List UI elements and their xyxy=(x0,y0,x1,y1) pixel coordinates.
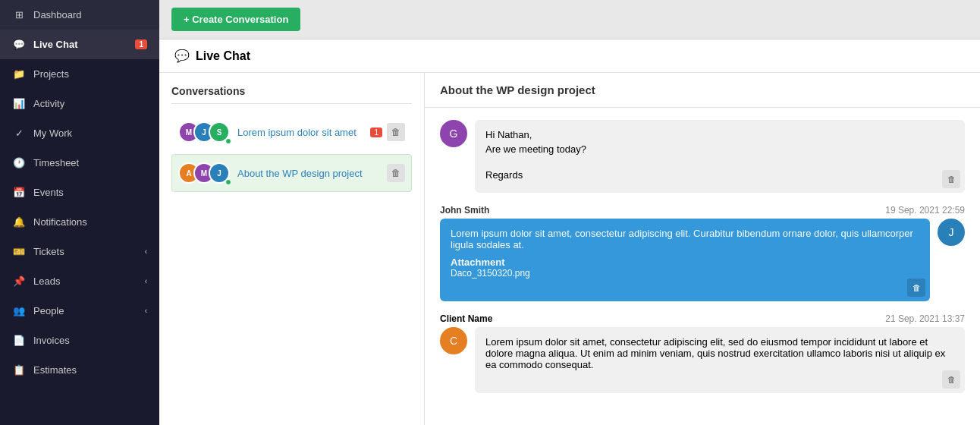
sidebar-badge-live-chat: 1 xyxy=(135,39,147,49)
conv-name: Lorem ipsum dolor sit amet xyxy=(237,127,370,138)
live-chat-icon: 💬 xyxy=(174,49,190,63)
message-sender: Client Name xyxy=(440,313,492,324)
message-text: Regards xyxy=(485,169,954,181)
live-chat-body: Conversations MJSLorem ipsum dolor sit a… xyxy=(159,73,980,425)
conversations-panel: Conversations MJSLorem ipsum dolor sit a… xyxy=(159,73,425,425)
sidebar-label-leads: Leads xyxy=(33,275,60,287)
sidebar-item-projects[interactable]: 📁Projects xyxy=(0,59,159,89)
estimates-icon: 📋 xyxy=(12,364,26,376)
sidebar-label-dashboard: Dashboard xyxy=(33,9,82,20)
message-bubble: Lorem ipsum dolor sit amet, consectetur … xyxy=(440,219,930,301)
sidebar-label-people: People xyxy=(33,305,64,316)
sidebar-label-estimates: Estimates xyxy=(33,364,77,376)
sidebar-item-my-work[interactable]: ✓My Work xyxy=(0,118,159,148)
projects-icon: 📁 xyxy=(12,68,26,80)
live-chat-wrapper: 💬 Live Chat Conversations MJSLorem ipsum… xyxy=(159,39,980,425)
sidebar-arrow-tickets: ‹ xyxy=(145,247,147,256)
sidebar-label-my-work: My Work xyxy=(33,128,72,139)
conversations-title: Conversations xyxy=(171,85,412,104)
sidebar-item-timesheet[interactable]: 🕐Timesheet xyxy=(0,148,159,178)
chat-panel-header: About the WP design project xyxy=(425,73,980,108)
sidebar-label-activity: Activity xyxy=(33,98,64,109)
message-bubble: Hi Nathan,Are we meeting today?Regards🗑 xyxy=(475,120,965,193)
main-area: + Create Conversation 💬 Live Chat Conver… xyxy=(159,0,980,425)
message-row: Lorem ipsum dolor sit amet, consectetur … xyxy=(440,219,965,301)
message-meta: John Smith19 Sep. 2021 22:59 xyxy=(440,205,965,216)
notifications-icon: 🔔 xyxy=(12,216,26,228)
sidebar-item-people[interactable]: 👥People‹ xyxy=(0,296,159,326)
message-attachment: AttachmentDaco_3150320.png xyxy=(451,257,919,279)
create-conversation-button[interactable]: + Create Conversation xyxy=(171,8,300,31)
sidebar-label-tickets: Tickets xyxy=(33,246,64,257)
sidebar-label-invoices: Invoices xyxy=(33,335,70,346)
sidebar-item-events[interactable]: 📅Events xyxy=(0,178,159,207)
message-delete-button[interactable]: 🗑 xyxy=(907,279,925,297)
sidebar: ⊞Dashboard💬Live Chat1📁Projects📊Activity✓… xyxy=(0,0,159,425)
live-chat-title: Live Chat xyxy=(196,49,250,63)
sidebar-item-notifications[interactable]: 🔔Notifications xyxy=(0,207,159,237)
message-client: Client Name21 Sep. 2021 13:37CLorem ipsu… xyxy=(440,313,965,393)
sidebar-item-invoices[interactable]: 📄Invoices xyxy=(0,326,159,355)
content-area: 💬 Live Chat Conversations MJSLorem ipsum… xyxy=(159,39,980,425)
message-time: 21 Sep. 2021 13:37 xyxy=(885,313,965,324)
chat-messages: GHi Nathan,Are we meeting today?Regards🗑… xyxy=(425,108,980,425)
message-sender: John Smith xyxy=(440,205,489,216)
topbar: + Create Conversation xyxy=(159,0,980,39)
sidebar-item-tickets[interactable]: 🎫Tickets‹ xyxy=(0,237,159,266)
conv-delete-button[interactable]: 🗑 xyxy=(387,164,405,182)
message-meta: Client Name21 Sep. 2021 13:37 xyxy=(440,313,965,324)
sidebar-item-dashboard[interactable]: ⊞Dashboard xyxy=(0,0,159,30)
sidebar-label-events: Events xyxy=(33,187,64,198)
message-row: CLorem ipsum dolor sit amet, consectetur… xyxy=(440,327,965,393)
conv-avatars-conv1: MJS xyxy=(178,121,230,143)
live-chat-header: 💬 Live Chat xyxy=(159,39,980,73)
message-received: GHi Nathan,Are we meeting today?Regards🗑 xyxy=(440,120,965,193)
timesheet-icon: 🕐 xyxy=(12,157,26,168)
sidebar-label-notifications: Notifications xyxy=(33,216,87,228)
attachment-label: Attachment xyxy=(451,257,919,268)
message-sent: John Smith19 Sep. 2021 22:59Lorem ipsum … xyxy=(440,205,965,301)
sidebar-item-estimates[interactable]: 📋Estimates xyxy=(0,355,159,385)
online-indicator xyxy=(225,179,231,185)
message-text: Lorem ipsum dolor sit amet, consectetur … xyxy=(451,228,919,250)
message-bubble: Lorem ipsum dolor sit amet, consectetur … xyxy=(475,327,965,393)
sidebar-arrow-leads: ‹ xyxy=(145,277,147,285)
sidebar-label-live-chat: Live Chat xyxy=(33,39,78,50)
tickets-icon: 🎫 xyxy=(12,246,26,257)
message-text: Are we meeting today? xyxy=(485,143,954,155)
sidebar-item-activity[interactable]: 📊Activity xyxy=(0,89,159,118)
invoices-icon: 📄 xyxy=(12,335,26,346)
message-time: 19 Sep. 2021 22:59 xyxy=(885,205,965,216)
live-chat-icon: 💬 xyxy=(12,39,26,50)
message-delete-button[interactable]: 🗑 xyxy=(942,170,960,188)
conversation-item-conv1[interactable]: MJSLorem ipsum dolor sit amet1🗑 xyxy=(171,113,412,151)
sidebar-label-projects: Projects xyxy=(33,68,69,80)
message-avatar: C xyxy=(440,327,467,354)
online-indicator xyxy=(225,138,231,144)
my-work-icon: ✓ xyxy=(12,128,26,139)
message-avatar: G xyxy=(440,120,467,147)
dashboard-icon: ⊞ xyxy=(12,9,26,20)
conv-delete-button[interactable]: 🗑 xyxy=(387,123,405,141)
message-avatar: J xyxy=(938,219,965,246)
activity-icon: 📊 xyxy=(12,98,26,109)
conv-name: About the WP design project xyxy=(237,168,387,179)
people-icon: 👥 xyxy=(12,305,26,316)
sidebar-item-leads[interactable]: 📌Leads‹ xyxy=(0,266,159,296)
sidebar-item-live-chat[interactable]: 💬Live Chat1 xyxy=(0,30,159,59)
conv-avatars-conv2: AMJ xyxy=(178,162,230,184)
events-icon: 📅 xyxy=(12,187,26,198)
leads-icon: 📌 xyxy=(12,275,26,287)
message-delete-button[interactable]: 🗑 xyxy=(942,370,960,389)
chat-panel: About the WP design project GHi Nathan,A… xyxy=(425,73,980,425)
message-text: Lorem ipsum dolor sit amet, consectetur … xyxy=(485,336,954,370)
sidebar-arrow-people: ‹ xyxy=(145,307,147,315)
conversation-item-conv2[interactable]: AMJAbout the WP design project🗑 xyxy=(171,154,412,192)
message-text: Hi Nathan, xyxy=(485,129,954,140)
attachment-file: Daco_3150320.png xyxy=(451,268,919,279)
conv-badge: 1 xyxy=(370,128,382,137)
sidebar-label-timesheet: Timesheet xyxy=(33,157,79,168)
